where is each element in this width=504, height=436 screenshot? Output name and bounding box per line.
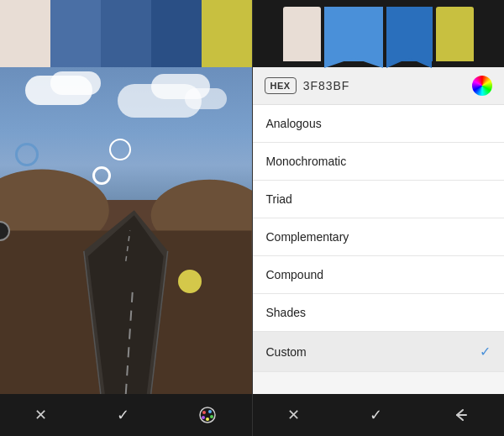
palette-icon [198, 406, 217, 424]
cancel-button-left[interactable]: ✕ [18, 397, 64, 433]
cancel-button-right[interactable]: ✕ [270, 397, 317, 433]
svg-point-15 [202, 416, 205, 419]
svg-point-14 [206, 418, 209, 421]
right-bottom-toolbar: ✕ ✓ [253, 394, 505, 436]
right-swatch-1[interactable] [283, 7, 321, 61]
complementary-label: Complementary [266, 230, 349, 244]
menu-item-triad[interactable]: Triad [253, 181, 505, 218]
hex-value[interactable]: 3F83BF [303, 79, 465, 92]
left-color-swatches [0, 0, 252, 67]
swatch-3 [101, 0, 151, 67]
svg-point-13 [210, 415, 213, 418]
confirm-button-right[interactable]: ✓ [353, 397, 399, 433]
triad-label: Triad [266, 192, 292, 206]
right-swatch-2[interactable] [324, 7, 383, 61]
left-bottom-toolbar: ✕ ✓ [0, 394, 252, 436]
custom-label: Custom [266, 345, 307, 359]
menu-item-analogous[interactable]: Analogous [253, 105, 505, 143]
color-scheme-menu: Analogous Monochromatic Triad Complement… [253, 105, 505, 394]
custom-checkmark: ✓ [480, 344, 491, 360]
compound-label: Compound [266, 268, 324, 281]
hex-area: HEX 3F83BF [253, 67, 505, 105]
photo-background [0, 67, 252, 394]
right-swatch-4[interactable] [436, 7, 474, 61]
analogous-label: Analogous [266, 117, 322, 130]
back-arrow-icon [452, 407, 469, 423]
confirm-button-left[interactable]: ✓ [100, 397, 146, 433]
back-button-right[interactable] [435, 398, 486, 432]
menu-item-shades[interactable]: Shades [253, 294, 505, 332]
svg-point-12 [208, 410, 212, 413]
svg-point-11 [202, 411, 206, 414]
menu-item-custom[interactable]: Custom ✓ [253, 332, 505, 372]
special-button-left[interactable] [181, 397, 234, 433]
menu-item-complementary[interactable]: Complementary [253, 218, 505, 256]
shades-label: Shades [266, 306, 306, 319]
color-handle-white[interactable] [92, 166, 111, 185]
menu-item-monochromatic[interactable]: Monochromatic [253, 143, 505, 181]
right-panel: HEX 3F83BF Analogous Monochromatic Triad… [253, 0, 505, 436]
monochromatic-label: Monochromatic [266, 155, 347, 168]
color-wheel-icon[interactable] [472, 76, 492, 96]
swatch-1 [0, 0, 50, 67]
color-handle-yellow[interactable] [178, 270, 202, 293]
menu-item-compound[interactable]: Compound [253, 256, 505, 294]
swatch-4 [151, 0, 202, 67]
color-handle-blue[interactable] [15, 143, 39, 166]
photo-area [0, 67, 252, 394]
left-panel: ✕ ✓ [0, 0, 252, 436]
right-color-swatches [253, 0, 505, 67]
swatch-2 [50, 0, 101, 67]
hex-label: HEX [265, 77, 297, 94]
color-handle-ring[interactable] [109, 139, 131, 160]
swatch-5 [202, 0, 252, 67]
right-swatch-3[interactable] [386, 7, 433, 61]
